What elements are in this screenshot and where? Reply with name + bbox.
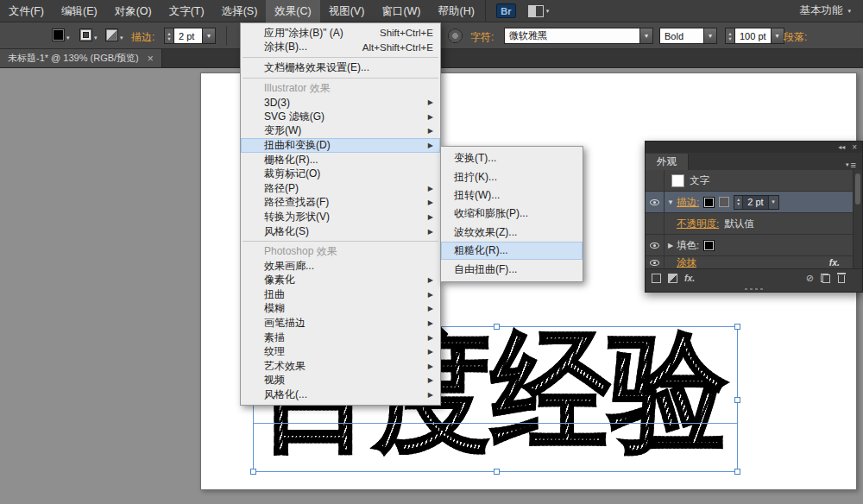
arrange-documents-button[interactable]: ▾ <box>528 5 550 17</box>
close-icon[interactable]: × <box>148 54 154 64</box>
selection-handle[interactable] <box>734 324 740 330</box>
menu-item-distort[interactable]: 扭曲▶ <box>241 287 440 302</box>
appearance-row-stroke[interactable]: ▼ 描边: ▲▼ 2 pt ▾ <box>646 192 862 213</box>
selection-handle[interactable] <box>734 397 740 403</box>
font-family-combo[interactable]: 微软雅黑 ▾ <box>504 28 653 44</box>
stroke-color-swatch[interactable] <box>703 197 715 208</box>
stroke-weight-combo[interactable]: ▲▼ 2 pt ▾ <box>164 28 216 44</box>
close-icon[interactable]: × <box>852 142 857 152</box>
menu-item-pixelate[interactable]: 像素化▶ <box>241 274 440 288</box>
menu-item-sketch[interactable]: 素描▶ <box>241 331 440 345</box>
menu-item-rasterize[interactable]: 栅格化(R)... <box>241 153 440 167</box>
opacity-link[interactable]: 不透明度: <box>677 217 719 230</box>
menu-item-video[interactable]: 视频▶ <box>241 374 440 388</box>
fill-color-swatch[interactable] <box>703 240 715 251</box>
menu-item-blur[interactable]: 模糊▶ <box>241 302 440 317</box>
menubar-item-2[interactable]: 对象(O) <box>106 0 161 22</box>
fill-color-control[interactable]: ▾ <box>52 28 70 41</box>
menu-item-warp[interactable]: 变形(W)▶ <box>241 124 440 139</box>
menu-item-crop-marks[interactable]: 裁剪标记(O) <box>241 167 440 181</box>
font-family-value[interactable]: 微软雅黑 <box>504 28 640 44</box>
chevron-down-icon[interactable]: ▾ <box>768 196 778 209</box>
menubar-item-8[interactable]: 帮助(H) <box>430 0 483 22</box>
chevron-down-icon[interactable]: ▾ <box>203 28 216 44</box>
visibility-toggle[interactable] <box>646 235 665 255</box>
stroke-color-control[interactable]: ▾ <box>79 28 98 41</box>
add-new-stroke-icon[interactable] <box>652 274 661 283</box>
chevron-down-icon[interactable]: ▾ <box>640 28 653 44</box>
menu-item-apply-scribble[interactable]: 应用"涂抹(B)" (A)Shift+Ctrl+E <box>241 26 440 41</box>
menubar-item-1[interactable]: 编辑(E) <box>53 0 106 22</box>
selection-handle[interactable] <box>494 469 500 475</box>
submenu-item-pucker-and-bloat[interactable]: 收缩和膨胀(P)... <box>441 205 583 223</box>
scribble-effect-link[interactable]: 涂抹 <box>677 256 696 268</box>
font-size-combo[interactable]: ▲▼ 100 pt ▾ <box>725 28 784 44</box>
stepper-icon[interactable]: ▲▼ <box>725 28 734 44</box>
add-new-effect-icon[interactable]: fx. <box>684 273 695 283</box>
submenu-item-roughen[interactable]: 粗糙化(R)... <box>441 242 583 260</box>
submenu-item-transform[interactable]: 变换(T)... <box>441 149 583 167</box>
visibility-toggle[interactable] <box>646 192 665 212</box>
menu-item-artistic[interactable]: 艺术效果▶ <box>241 359 440 374</box>
appearance-row-opacity[interactable]: 不透明度: 默认值 <box>646 213 862 235</box>
menu-item-svg-filters[interactable]: SVG 滤镜(G)▶ <box>241 110 440 124</box>
scrollbar-thumb[interactable] <box>855 173 860 205</box>
menubar-item-4[interactable]: 选择(S) <box>213 0 267 22</box>
panel-scrollbar[interactable] <box>853 170 862 268</box>
variable-width-control[interactable]: ▾ <box>105 28 123 41</box>
visibility-toggle[interactable] <box>646 256 665 268</box>
visibility-cell[interactable] <box>646 213 665 234</box>
menu-item-texture[interactable]: 纹理▶ <box>241 344 440 359</box>
menubar-item-7[interactable]: 窗口(W) <box>373 0 429 22</box>
visibility-cell[interactable] <box>646 170 665 191</box>
delete-item-icon[interactable] <box>837 273 846 283</box>
menu-item-distort-and-transform[interactable]: 扭曲和变换(D)▶ <box>241 138 440 153</box>
chevron-down-icon[interactable]: ▾ <box>772 28 784 44</box>
paragraph-panel-label[interactable]: 段落: <box>784 30 807 45</box>
selection-handle[interactable] <box>494 324 500 330</box>
add-new-fill-icon[interactable] <box>668 274 677 283</box>
character-panel-label[interactable]: 字符: <box>470 30 494 45</box>
menubar-item-6[interactable]: 视图(V) <box>320 0 374 22</box>
stroke-weight-label[interactable]: 描边: <box>131 30 154 45</box>
menubar-item-5[interactable]: 效果(C) <box>266 0 319 22</box>
submenu-item-free-distort[interactable]: 自由扭曲(F)... <box>441 260 583 278</box>
duplicate-item-icon[interactable] <box>821 274 830 283</box>
submenu-item-pucker[interactable]: 扭拧(K)... <box>441 167 583 186</box>
recolor-artwork-icon[interactable] <box>448 28 463 43</box>
stroke-link[interactable]: 描边: <box>677 196 699 209</box>
font-style-combo[interactable]: Bold ▾ <box>659 28 717 44</box>
document-tab[interactable]: 未标题-1* @ 139% (RGB/预览) × <box>0 49 162 67</box>
menu-item-document-raster-effect-settings[interactable]: 文档栅格效果设置(E)... <box>241 60 440 75</box>
font-size-value[interactable]: 100 pt <box>734 28 772 44</box>
panel-resize-grip[interactable] <box>646 287 862 292</box>
appearance-row-fill[interactable]: ▶ 填色: <box>646 235 862 256</box>
chevron-down-icon[interactable]: ▾ <box>704 28 717 44</box>
menu-item-stylize[interactable]: 风格化(S)▶ <box>241 224 440 239</box>
menu-item-scribble[interactable]: 涂抹(B)...Alt+Shift+Ctrl+E <box>241 41 440 55</box>
menu-item-stylize-ps[interactable]: 风格化(...▶ <box>241 387 440 402</box>
menu-item-effect-gallery[interactable]: 效果画廊... <box>241 259 440 274</box>
stepper-icon[interactable]: ▲▼ <box>164 28 173 44</box>
collapse-to-icons-icon[interactable]: ◂◂ <box>838 143 845 151</box>
menu-item-pathfinder[interactable]: 路径查找器(F)▶ <box>241 196 440 211</box>
appearance-row-type[interactable]: 文字 <box>646 170 862 192</box>
menu-item-path[interactable]: 路径(P)▶ <box>241 181 440 196</box>
panel-menu-button[interactable]: ▾ ≡ <box>840 160 862 170</box>
selection-handle[interactable] <box>250 469 256 475</box>
bridge-icon[interactable]: Br <box>496 3 516 18</box>
menubar-item-0[interactable]: 文件(F) <box>0 0 53 22</box>
workspace-switcher[interactable]: 基本功能 ▾ <box>799 3 863 18</box>
font-style-value[interactable]: Bold <box>659 28 704 44</box>
tab-appearance[interactable]: 外观 <box>646 154 689 170</box>
stroke-weight-combo[interactable]: ▲▼ 2 pt ▾ <box>734 195 778 210</box>
clear-appearance-icon[interactable]: ⊘ <box>806 274 814 283</box>
stroke-options-icon[interactable] <box>719 197 729 207</box>
stroke-weight-value[interactable]: 2 pt <box>743 196 767 209</box>
menu-item-brush-strokes[interactable]: 画笔描边▶ <box>241 316 440 331</box>
menu-item-3d[interactable]: 3D(3)▶ <box>241 95 440 110</box>
menu-item-convert-to-shape[interactable]: 转换为形状(V)▶ <box>241 210 440 224</box>
appearance-row-scribble[interactable]: 涂抹 fx. <box>646 256 862 268</box>
stepper-icon[interactable]: ▲▼ <box>734 196 743 209</box>
disclosure-open-icon[interactable]: ▼ <box>665 198 677 206</box>
